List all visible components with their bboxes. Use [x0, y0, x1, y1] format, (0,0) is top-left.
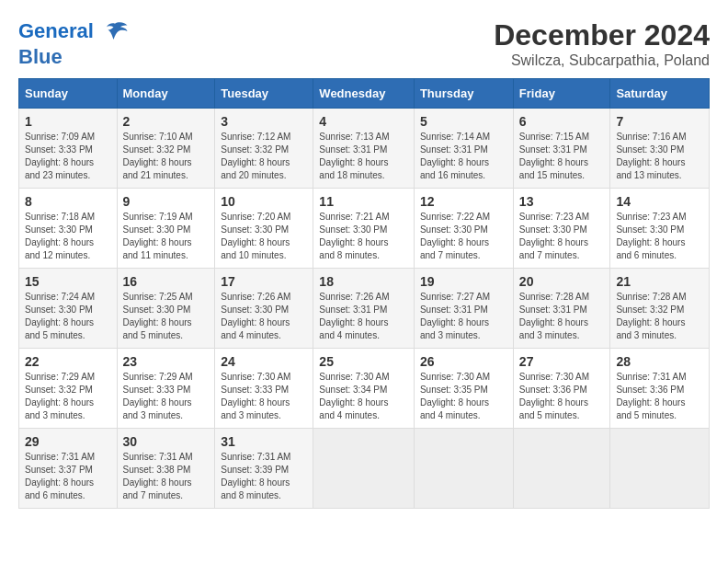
day-details: Sunrise: 7:29 AMSunset: 3:33 PMDaylight:…	[123, 372, 193, 420]
day-details: Sunrise: 7:31 AMSunset: 3:39 PMDaylight:…	[221, 452, 290, 500]
day-details: Sunrise: 7:14 AMSunset: 3:31 PMDaylight:…	[420, 132, 490, 180]
day-number: 2	[123, 114, 210, 129]
calendar-cell: 7 Sunrise: 7:16 AMSunset: 3:30 PMDayligh…	[610, 109, 710, 189]
calendar-cell: 2 Sunrise: 7:10 AMSunset: 3:32 PMDayligh…	[117, 109, 215, 189]
day-details: Sunrise: 7:22 AMSunset: 3:30 PMDaylight:…	[420, 212, 490, 260]
day-details: Sunrise: 7:26 AMSunset: 3:30 PMDaylight:…	[221, 292, 290, 340]
calendar-cell: 4 Sunrise: 7:13 AMSunset: 3:31 PMDayligh…	[313, 109, 415, 189]
day-number: 3	[221, 114, 307, 129]
day-details: Sunrise: 7:19 AMSunset: 3:30 PMDaylight:…	[123, 212, 193, 260]
day-details: Sunrise: 7:28 AMSunset: 3:32 PMDaylight:…	[616, 292, 686, 340]
header-sunday: Sunday	[19, 79, 118, 109]
day-details: Sunrise: 7:30 AMSunset: 3:35 PMDaylight:…	[420, 372, 490, 420]
day-details: Sunrise: 7:28 AMSunset: 3:31 PMDaylight:…	[519, 292, 589, 340]
day-details: Sunrise: 7:20 AMSunset: 3:30 PMDaylight:…	[221, 212, 290, 260]
day-details: Sunrise: 7:30 AMSunset: 3:34 PMDaylight:…	[319, 372, 389, 420]
title-section: December 2024 Swilcza, Subcarpathia, Pol…	[494, 18, 710, 69]
header-saturday: Saturday	[610, 79, 710, 109]
day-details: Sunrise: 7:23 AMSunset: 3:30 PMDaylight:…	[519, 212, 589, 260]
day-number: 29	[25, 434, 111, 449]
header: General Blue December 2024 Swilcza, Subc…	[18, 18, 710, 69]
day-number: 5	[420, 114, 507, 129]
day-number: 28	[616, 354, 703, 369]
day-details: Sunrise: 7:15 AMSunset: 3:31 PMDaylight:…	[519, 132, 589, 180]
logo-text: General Blue	[18, 18, 129, 68]
day-details: Sunrise: 7:25 AMSunset: 3:30 PMDaylight:…	[123, 292, 193, 340]
calendar-cell: 21 Sunrise: 7:28 AMSunset: 3:32 PMDaylig…	[610, 269, 710, 349]
day-number: 22	[25, 354, 111, 369]
day-details: Sunrise: 7:31 AMSunset: 3:36 PMDaylight:…	[616, 372, 686, 420]
day-details: Sunrise: 7:29 AMSunset: 3:32 PMDaylight:…	[25, 372, 95, 420]
day-number: 24	[221, 354, 307, 369]
calendar-cell: 29 Sunrise: 7:31 AMSunset: 3:37 PMDaylig…	[19, 429, 118, 509]
calendar-cell: 27 Sunrise: 7:30 AMSunset: 3:36 PMDaylig…	[513, 349, 610, 429]
day-details: Sunrise: 7:23 AMSunset: 3:30 PMDaylight:…	[616, 212, 686, 260]
day-details: Sunrise: 7:24 AMSunset: 3:30 PMDaylight:…	[25, 292, 95, 340]
day-number: 20	[519, 274, 605, 289]
location-title: Swilcza, Subcarpathia, Poland	[494, 52, 710, 69]
header-thursday: Thursday	[414, 79, 513, 109]
day-number: 21	[616, 274, 703, 289]
day-number: 6	[519, 114, 605, 129]
calendar-cell: 1 Sunrise: 7:09 AMSunset: 3:33 PMDayligh…	[19, 109, 118, 189]
day-details: Sunrise: 7:31 AMSunset: 3:37 PMDaylight:…	[25, 452, 95, 500]
day-number: 10	[221, 194, 307, 209]
calendar-row-3: 15 Sunrise: 7:24 AMSunset: 3:30 PMDaylig…	[19, 269, 710, 349]
calendar-row-4: 22 Sunrise: 7:29 AMSunset: 3:32 PMDaylig…	[19, 349, 710, 429]
day-number: 13	[519, 194, 605, 209]
calendar-cell: 9 Sunrise: 7:19 AMSunset: 3:30 PMDayligh…	[117, 189, 215, 269]
day-details: Sunrise: 7:26 AMSunset: 3:31 PMDaylight:…	[319, 292, 389, 340]
header-wednesday: Wednesday	[313, 79, 415, 109]
calendar-cell: 17 Sunrise: 7:26 AMSunset: 3:30 PMDaylig…	[215, 269, 313, 349]
day-number: 27	[519, 354, 605, 369]
calendar-cell: 15 Sunrise: 7:24 AMSunset: 3:30 PMDaylig…	[19, 269, 118, 349]
calendar-cell: 13 Sunrise: 7:23 AMSunset: 3:30 PMDaylig…	[513, 189, 610, 269]
calendar-cell: 26 Sunrise: 7:30 AMSunset: 3:35 PMDaylig…	[414, 349, 513, 429]
weekday-header-row: Sunday Monday Tuesday Wednesday Thursday…	[19, 79, 710, 109]
day-number: 23	[123, 354, 210, 369]
day-details: Sunrise: 7:10 AMSunset: 3:32 PMDaylight:…	[123, 132, 193, 180]
day-number: 12	[420, 194, 507, 209]
day-details: Sunrise: 7:31 AMSunset: 3:38 PMDaylight:…	[123, 452, 193, 500]
calendar-cell: 5 Sunrise: 7:14 AMSunset: 3:31 PMDayligh…	[414, 109, 513, 189]
calendar-cell: 14 Sunrise: 7:23 AMSunset: 3:30 PMDaylig…	[610, 189, 710, 269]
calendar-cell: 22 Sunrise: 7:29 AMSunset: 3:32 PMDaylig…	[19, 349, 118, 429]
day-number: 17	[221, 274, 307, 289]
calendar-cell	[313, 429, 415, 509]
logo: General Blue	[18, 18, 129, 68]
calendar-cell	[610, 429, 710, 509]
calendar-cell: 31 Sunrise: 7:31 AMSunset: 3:39 PMDaylig…	[215, 429, 313, 509]
day-details: Sunrise: 7:21 AMSunset: 3:30 PMDaylight:…	[319, 212, 389, 260]
day-details: Sunrise: 7:09 AMSunset: 3:33 PMDaylight:…	[25, 132, 95, 180]
day-number: 18	[319, 274, 408, 289]
day-details: Sunrise: 7:12 AMSunset: 3:32 PMDaylight:…	[221, 132, 290, 180]
calendar-cell: 11 Sunrise: 7:21 AMSunset: 3:30 PMDaylig…	[313, 189, 415, 269]
day-number: 1	[25, 114, 111, 129]
day-details: Sunrise: 7:30 AMSunset: 3:33 PMDaylight:…	[221, 372, 290, 420]
calendar-cell: 10 Sunrise: 7:20 AMSunset: 3:30 PMDaylig…	[215, 189, 313, 269]
calendar-cell	[414, 429, 513, 509]
calendar-cell: 8 Sunrise: 7:18 AMSunset: 3:30 PMDayligh…	[19, 189, 118, 269]
day-details: Sunrise: 7:13 AMSunset: 3:31 PMDaylight:…	[319, 132, 389, 180]
calendar-cell: 19 Sunrise: 7:27 AMSunset: 3:31 PMDaylig…	[414, 269, 513, 349]
day-number: 9	[123, 194, 210, 209]
calendar-cell: 30 Sunrise: 7:31 AMSunset: 3:38 PMDaylig…	[117, 429, 215, 509]
day-number: 25	[319, 354, 408, 369]
day-details: Sunrise: 7:30 AMSunset: 3:36 PMDaylight:…	[519, 372, 589, 420]
calendar-cell: 20 Sunrise: 7:28 AMSunset: 3:31 PMDaylig…	[513, 269, 610, 349]
calendar-cell: 23 Sunrise: 7:29 AMSunset: 3:33 PMDaylig…	[117, 349, 215, 429]
calendar-cell: 6 Sunrise: 7:15 AMSunset: 3:31 PMDayligh…	[513, 109, 610, 189]
day-number: 30	[123, 434, 210, 449]
day-number: 14	[616, 194, 703, 209]
day-number: 16	[123, 274, 210, 289]
calendar-cell: 28 Sunrise: 7:31 AMSunset: 3:36 PMDaylig…	[610, 349, 710, 429]
calendar-row-2: 8 Sunrise: 7:18 AMSunset: 3:30 PMDayligh…	[19, 189, 710, 269]
day-number: 31	[221, 434, 307, 449]
day-details: Sunrise: 7:16 AMSunset: 3:30 PMDaylight:…	[616, 132, 686, 180]
calendar-cell: 3 Sunrise: 7:12 AMSunset: 3:32 PMDayligh…	[215, 109, 313, 189]
day-details: Sunrise: 7:27 AMSunset: 3:31 PMDaylight:…	[420, 292, 490, 340]
calendar-cell	[513, 429, 610, 509]
day-number: 15	[25, 274, 111, 289]
day-number: 8	[25, 194, 111, 209]
day-details: Sunrise: 7:18 AMSunset: 3:30 PMDaylight:…	[25, 212, 95, 260]
